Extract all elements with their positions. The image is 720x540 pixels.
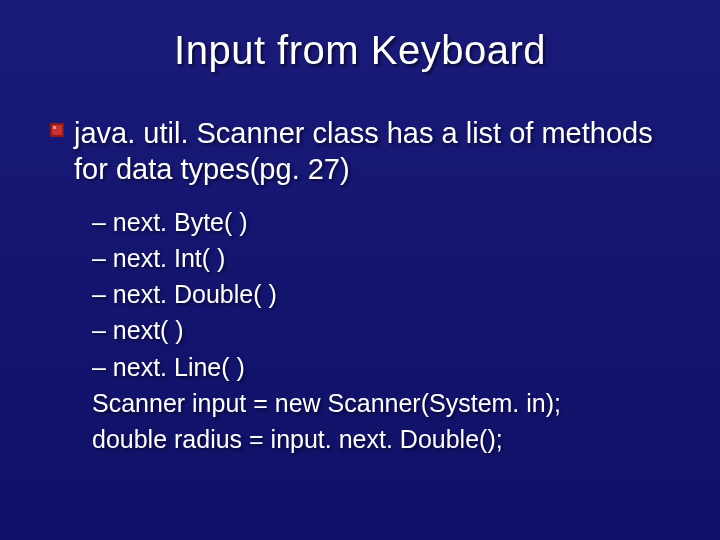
sub-item: – next. Int( ) bbox=[92, 240, 670, 276]
slide-title: Input from Keyboard bbox=[50, 28, 670, 73]
main-bullet-text: java. util. Scanner class has a list of … bbox=[74, 115, 670, 188]
sub-item: – next. Line( ) bbox=[92, 349, 670, 385]
sub-item: – next( ) bbox=[92, 312, 670, 348]
sub-item: – next. Byte( ) bbox=[92, 204, 670, 240]
sub-item: – next. Double( ) bbox=[92, 276, 670, 312]
sub-list: – next. Byte( ) – next. Int( ) – next. D… bbox=[92, 204, 670, 458]
svg-rect-2 bbox=[53, 126, 56, 129]
slide: Input from Keyboard java. util. Scanner … bbox=[0, 0, 720, 540]
main-bullet-row: java. util. Scanner class has a list of … bbox=[50, 115, 670, 188]
square-bullet-icon bbox=[50, 123, 64, 137]
sub-item: Scanner input = new Scanner(System. in); bbox=[92, 385, 670, 421]
sub-item: double radius = input. next. Double(); bbox=[92, 421, 670, 457]
